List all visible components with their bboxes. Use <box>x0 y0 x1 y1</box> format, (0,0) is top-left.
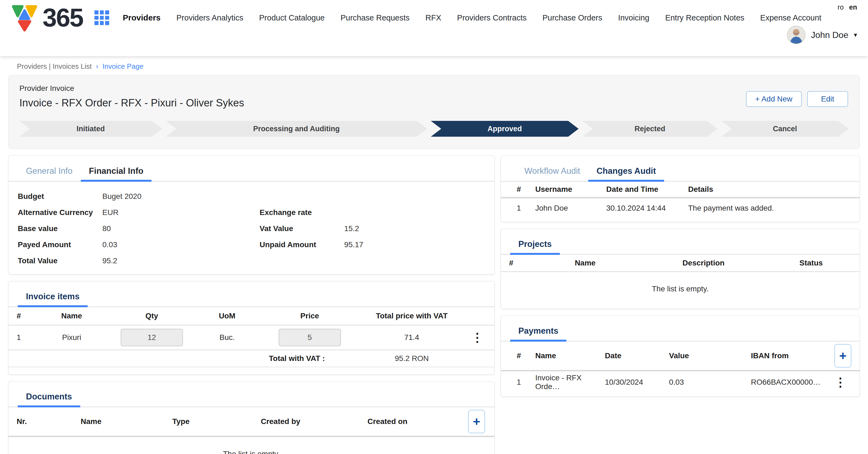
field-exchange-rate: Exchange rate <box>259 204 485 221</box>
nav-item-expense-account[interactable]: Expense Account <box>760 13 821 22</box>
user-menu[interactable]: John Doe ▾ <box>787 26 857 44</box>
nav-item-product-catalogue[interactable]: Product Catalogue <box>259 13 324 22</box>
tab-projects[interactable]: Projects <box>510 236 560 254</box>
invoice-items-card: Invoice items # Name Qty UoM Price Total… <box>8 281 495 375</box>
avatar <box>787 26 805 44</box>
page-title: Invoice - RFX Order - RFX - Pixuri - Oli… <box>20 97 848 109</box>
item-kebab-menu-icon[interactable]: ⋮ <box>471 331 484 344</box>
lang-ro[interactable]: ro <box>838 3 844 11</box>
projects-tabs: Projects <box>501 236 860 255</box>
item-uom: Buc. <box>198 333 256 342</box>
documents-card: Documents Nr. Name Type Created by Creat… <box>8 381 495 454</box>
field-alternative-currency: Alternative Currency EUR <box>18 204 243 221</box>
payment-value: 0.03 <box>669 378 751 387</box>
invoice-items-header: # Name Qty UoM Price Total price with VA… <box>8 307 494 325</box>
field-budget: Budget Buget 2020 <box>18 188 243 204</box>
user-name: John Doe <box>811 30 848 40</box>
payment-row: 1 Invoice - RFX Orde… 10/30/2024 0.03 RO… <box>501 371 860 393</box>
tab-changes-audit[interactable]: Changes Audit <box>588 163 664 181</box>
field-base-value: Base value 80 <box>18 221 243 236</box>
tab-invoice-items[interactable]: Invoice items <box>18 288 88 306</box>
add-new-button[interactable]: + Add New <box>746 91 802 107</box>
field-total-value: Total Value 95.2 <box>18 253 243 269</box>
workflow-step-cancel[interactable]: Cancel <box>721 121 848 137</box>
payments-tabs: Payments <box>501 323 860 342</box>
nav-item-rfx[interactable]: RFX <box>426 13 441 22</box>
audit-number: 1 <box>517 204 535 213</box>
tab-workflow-audit[interactable]: Workflow Audit <box>516 163 588 181</box>
invoice-header-card: Provider Invoice Invoice - RFX Order - R… <box>8 75 860 149</box>
documents-tabs: Documents <box>8 389 494 407</box>
payments-header: # Name Date Value IBAN from + <box>501 342 860 370</box>
top-bar: 365 Providers Providers Analytics Produc… <box>0 0 868 56</box>
audit-row: 1 John Doe 30.10.2024 14:44 The payment … <box>501 198 860 218</box>
audit-username: John Doe <box>535 204 606 213</box>
breadcrumb-separator-icon: › <box>96 62 98 70</box>
invoice-info-tabs: General Info Financial Info <box>8 163 494 182</box>
page-subtitle: Provider Invoice <box>20 84 848 93</box>
invoice-info-card: General Info Financial Info Budget Buget… <box>8 156 495 274</box>
breadcrumb: Providers | Invoices List › Invoice Page <box>0 56 868 75</box>
payments-card: Payments # Name Date Value IBAN from + 1… <box>501 315 860 397</box>
logo-icon <box>10 4 39 32</box>
item-number: 1 <box>8 333 38 342</box>
add-document-button[interactable]: + <box>468 410 485 433</box>
payment-kebab-menu-icon[interactable]: ⋮ <box>834 376 846 388</box>
audit-details: The payment was added. <box>688 204 851 213</box>
nav-item-providers-analytics[interactable]: Providers Analytics <box>176 13 243 22</box>
field-payed-amount: Payed Amount 0.03 <box>18 236 243 253</box>
nav-item-providers[interactable]: Providers <box>123 13 160 22</box>
header-actions: + Add New Edit <box>746 91 848 107</box>
chevron-down-icon: ▾ <box>854 31 857 39</box>
tab-payments[interactable]: Payments <box>510 323 566 341</box>
documents-empty-text: The list is empty. <box>8 437 494 454</box>
projects-card: Projects # Name Description Status The l… <box>501 229 860 309</box>
projects-header: # Name Description Status <box>501 255 860 271</box>
item-total: 71.4 <box>363 333 460 342</box>
main-nav: Providers Providers Analytics Product Ca… <box>123 13 821 22</box>
nav-item-invoicing[interactable]: Invoicing <box>618 13 649 22</box>
tab-general-info[interactable]: General Info <box>18 163 81 181</box>
invoice-item-row: 1 Pixuri Buc. 71.4 ⋮ <box>8 325 494 350</box>
audit-datetime: 30.10.2024 14:44 <box>606 204 688 213</box>
breadcrumb-current[interactable]: Invoice Page <box>102 62 143 70</box>
invoice-total-row: Total with VAT : 95.2 RON <box>8 350 494 367</box>
audit-card: Workflow Audit Changes Audit # Username … <box>501 156 860 222</box>
field-vat-value: Vat Value 15.2 <box>259 221 485 236</box>
item-name: Pixuri <box>38 333 105 342</box>
apps-grid-icon[interactable] <box>94 10 109 25</box>
nav-item-purchase-requests[interactable]: Purchase Requests <box>340 13 409 22</box>
audit-tabs: Workflow Audit Changes Audit <box>501 163 860 182</box>
price-input[interactable] <box>279 329 341 346</box>
lang-en[interactable]: en <box>849 3 857 11</box>
language-switcher: ro en <box>838 3 857 11</box>
breadcrumb-parent[interactable]: Providers | Invoices List <box>17 62 92 70</box>
workflow-step-approved[interactable]: Approved <box>431 121 579 137</box>
qty-input[interactable] <box>121 329 183 346</box>
total-with-vat-value: 95.2 RON <box>363 354 460 363</box>
nav-item-providers-contracts[interactable]: Providers Contracts <box>457 13 527 22</box>
nav-item-entry-reception-notes[interactable]: Entry Reception Notes <box>665 13 744 22</box>
workflow-step-rejected[interactable]: Rejected <box>583 121 718 137</box>
payment-number: 1 <box>517 378 535 387</box>
edit-button[interactable]: Edit <box>807 91 848 107</box>
content-area: General Info Financial Info Budget Buget… <box>8 156 860 454</box>
field-unpaid-amount: Unpaid Amount 95.17 <box>259 236 485 253</box>
app-logo[interactable]: 365 <box>10 3 83 32</box>
documents-header: Nr. Name Type Created by Created on + <box>8 407 494 436</box>
add-payment-button[interactable]: + <box>834 344 851 367</box>
tab-documents[interactable]: Documents <box>18 389 80 407</box>
projects-empty-text: The list is empty. <box>501 272 860 309</box>
payment-name: Invoice - RFX Orde… <box>535 374 605 391</box>
audit-header: # Username Date and Time Details <box>501 182 860 197</box>
payment-iban: RO66BACX00000… <box>751 378 830 387</box>
workflow-stepper: Initiated Processing and Auditing Approv… <box>20 121 848 137</box>
payment-date: 10/30/2024 <box>605 378 669 387</box>
workflow-step-initiated[interactable]: Initiated <box>20 121 162 137</box>
total-with-vat-label: Total with VAT : <box>8 354 363 363</box>
tab-financial-info[interactable]: Financial Info <box>81 163 152 181</box>
invoice-items-tabs: Invoice items <box>8 288 494 307</box>
logo-text: 365 <box>42 3 83 32</box>
nav-item-purchase-orders[interactable]: Purchase Orders <box>542 13 602 22</box>
workflow-step-processing-and-auditing[interactable]: Processing and Auditing <box>166 121 427 137</box>
